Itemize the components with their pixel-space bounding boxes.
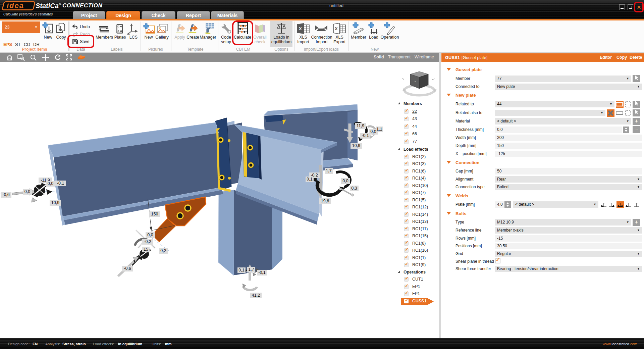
svg-text:X: X xyxy=(335,26,338,31)
svg-text:X: X xyxy=(299,26,302,31)
svg-text:-Y: -Y xyxy=(414,80,416,83)
